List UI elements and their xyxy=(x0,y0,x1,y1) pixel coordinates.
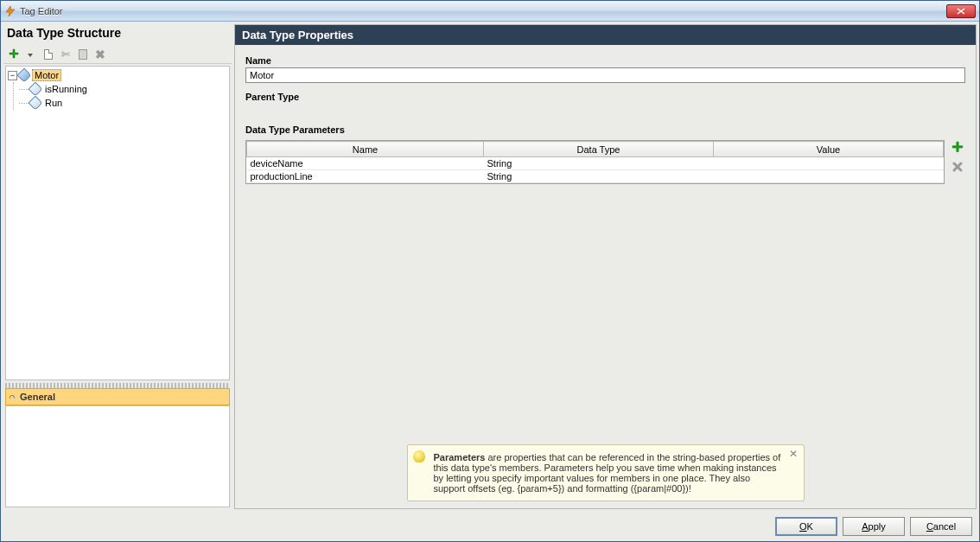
tag-icon xyxy=(29,96,43,111)
delete-button[interactable]: ✖ xyxy=(93,48,107,61)
close-button[interactable] xyxy=(946,4,976,18)
parent-type-label: Parent Type xyxy=(245,92,965,102)
parameters-table-wrap: Name Data Type Value deviceName String xyxy=(245,140,945,184)
plus-icon xyxy=(951,141,964,155)
udt-icon xyxy=(17,68,32,83)
remove-parameter-button[interactable] xyxy=(950,159,965,175)
chevron-down-icon xyxy=(28,54,33,57)
tree-child-label[interactable]: isRunning xyxy=(43,84,89,94)
tag-editor-window: Tag Editor Data Type Structure ✄ ✖ − xyxy=(0,0,980,542)
parameters-table[interactable]: Name Data Type Value deviceName String xyxy=(246,141,944,183)
cut-button[interactable]: ✄ xyxy=(59,48,73,61)
structure-pane: Data Type Structure ✄ ✖ − Motor xyxy=(3,24,232,509)
parameters-label: Data Type Parameters xyxy=(245,124,965,135)
name-label: Name xyxy=(245,55,965,66)
lightbulb-icon xyxy=(413,450,425,462)
cell-value[interactable] xyxy=(714,170,944,183)
col-type[interactable]: Data Type xyxy=(484,142,714,157)
general-body xyxy=(5,405,230,507)
ok-button[interactable]: OK xyxy=(775,517,837,536)
parameter-side-buttons xyxy=(950,140,965,175)
tree-expander[interactable]: − xyxy=(8,71,17,80)
scissors-icon: ✄ xyxy=(61,48,70,61)
cancel-button[interactable]: Cancel xyxy=(910,517,972,536)
window-title: Tag Editor xyxy=(20,6,63,16)
app-icon xyxy=(4,5,16,17)
structure-title: Data Type Structure xyxy=(3,24,232,45)
body: Data Type Structure ✄ ✖ − Motor xyxy=(1,22,979,512)
tag-icon xyxy=(29,82,43,97)
tree-root-label[interactable]: Motor xyxy=(32,69,61,81)
copy-icon xyxy=(44,49,53,60)
properties-pane: Data Type Properties Name Parent Type Da… xyxy=(234,24,977,509)
apply-button[interactable]: Apply xyxy=(843,517,905,536)
tree-child-label[interactable]: Run xyxy=(43,98,64,108)
tree-child-row[interactable]: isRunning xyxy=(19,82,227,96)
cell-value[interactable] xyxy=(714,157,944,170)
structure-toolbar: ✄ ✖ xyxy=(3,45,232,64)
paste-button[interactable] xyxy=(76,48,90,61)
dialog-footer: OK Apply Cancel xyxy=(1,512,979,541)
name-input[interactable] xyxy=(245,67,965,83)
cell-name[interactable]: deviceName xyxy=(247,157,484,170)
clipboard-icon xyxy=(10,395,15,399)
tree-child-row[interactable]: Run xyxy=(19,96,227,110)
col-value[interactable]: Value xyxy=(714,142,944,157)
copy-button[interactable] xyxy=(41,48,55,61)
delete-icon: ✖ xyxy=(95,48,105,61)
clipboard-icon xyxy=(79,49,87,60)
add-button[interactable] xyxy=(7,48,21,61)
tree-root-row[interactable]: − Motor xyxy=(8,68,227,82)
parameters-tip: ✕ Parameters are properties that can be … xyxy=(407,444,805,501)
tab-general[interactable]: General xyxy=(5,388,230,405)
properties-header: Data Type Properties xyxy=(235,25,976,45)
structure-tree[interactable]: − Motor isRunning Run xyxy=(5,66,230,380)
tip-text: Parameters are properties that can be re… xyxy=(434,452,781,494)
col-name[interactable]: Name xyxy=(247,142,484,157)
tip-close-button[interactable]: ✕ xyxy=(788,449,799,459)
cell-type[interactable]: String xyxy=(484,170,714,183)
add-parameter-button[interactable] xyxy=(950,140,965,156)
table-row[interactable]: productionLine String xyxy=(247,170,944,183)
table-row[interactable]: deviceName String xyxy=(247,157,944,170)
plus-icon xyxy=(8,48,20,61)
add-dropdown[interactable] xyxy=(24,48,38,61)
cell-name[interactable]: productionLine xyxy=(247,170,484,183)
tab-general-label: General xyxy=(20,392,55,402)
titlebar[interactable]: Tag Editor xyxy=(1,1,979,22)
delete-icon xyxy=(951,161,964,173)
properties-body: Name Parent Type Data Type Parameters Na… xyxy=(235,45,976,508)
cell-type[interactable]: String xyxy=(484,157,714,170)
close-icon xyxy=(957,8,965,15)
